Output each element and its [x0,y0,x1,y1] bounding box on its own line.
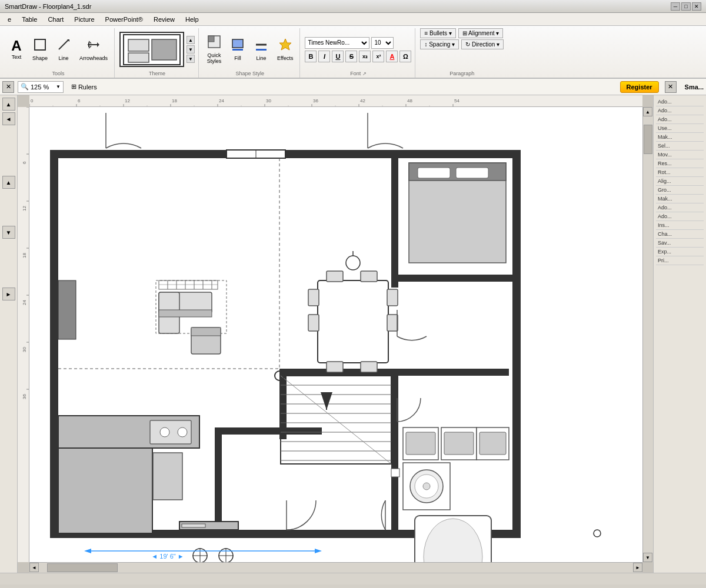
minimize-button[interactable]: ─ [671,2,680,11]
right-panel-item-14[interactable]: Ins... [656,221,704,230]
theme-scroll-down[interactable]: ▼ [187,55,195,63]
right-panel-item-12[interactable]: Ado... [656,203,704,212]
quick-styles-btn[interactable]: QuickStyles [204,32,225,66]
scroll-up-btn[interactable]: ▲ [643,107,652,116]
menu-review[interactable]: Review [148,14,180,25]
svg-marker-18 [279,39,291,50]
menu-help[interactable]: Help [180,14,204,25]
right-panel-item-13[interactable]: Ado... [656,212,704,221]
bullets-btn[interactable]: ≡ Bullets ▾ [420,28,455,38]
svg-rect-13 [208,36,214,42]
font-family-select[interactable]: Times NewRo... [305,37,369,49]
line-tool[interactable]: Line [53,35,74,64]
subscript-btn[interactable]: x₂ [359,51,371,62]
effects-btn[interactable]: Effects [274,35,296,64]
svg-text:6: 6 [78,98,81,103]
right-panel: Ado... Ado... Ado... Use... Mak... Sel..… [653,95,706,573]
right-panel-item-1[interactable]: Ado... [656,106,704,115]
svg-text:36: 36 [22,394,27,399]
scroll-right-btn[interactable]: ► [633,563,642,572]
right-panel-item-18[interactable]: Pri... [656,256,704,265]
zoom-dropdown[interactable]: ▼ [56,84,61,89]
omega-btn[interactable]: Ω [399,51,411,62]
superscript-btn[interactable]: x² [372,51,384,62]
theme-preview [119,32,184,67]
right-panel-item-11[interactable]: Mak... [656,195,704,203]
scroll-left-btn[interactable]: ◄ [29,563,39,572]
scrollbar-vertical[interactable]: ▲ ▼ [642,107,653,562]
right-panel-item-3[interactable]: Use... [656,124,704,133]
right-panel-item-9[interactable]: Alig... [656,177,704,186]
underline-btn[interactable]: U [332,51,344,62]
spacing-btn[interactable]: ↕ Spacing ▾ [420,39,459,49]
main-area: ▲ ◄ ▲ ▼ ► 0 6 12 18 24 30 [0,95,706,573]
menu-picture[interactable]: Picture [69,14,99,25]
toolbar-row: ✕ 🔍 125 % ▼ ⊞ Rulers Register ✕ Sma... [0,79,706,95]
right-panel-item-5[interactable]: Sel... [656,142,704,151]
close-button[interactable]: ✕ [692,2,701,11]
line-style-label: Line [257,55,267,61]
left-tool-prev[interactable]: ◄ [2,112,15,125]
bold-btn[interactable]: B [305,51,317,62]
italic-btn[interactable]: I [318,51,330,62]
menubar: e Table Chart Picture PowerPoint® Review… [0,13,706,26]
svg-rect-106 [387,289,398,306]
svg-text:◄ 19' 6" ►: ◄ 19' 6" ► [151,553,184,560]
line-style-btn[interactable]: Line [251,35,272,64]
menu-edit[interactable]: e [2,14,16,25]
font-color-btn[interactable]: A [386,51,398,62]
rulers-btn[interactable]: ⊞ Rulers [67,81,101,92]
left-tool-collapse[interactable]: ▼ [2,226,15,239]
arrowheads-tool[interactable]: Arrowheads [76,35,111,64]
menu-table[interactable]: Table [16,14,42,25]
left-tool-expand[interactable]: ▲ [2,176,15,189]
svg-text:0: 0 [31,98,34,103]
maximize-button[interactable]: □ [681,2,691,11]
panel-close-btn[interactable]: ✕ [2,81,14,93]
svg-rect-88 [159,310,212,317]
right-panel-item-0[interactable]: Ado... [656,98,704,106]
theme-scroll-up[interactable]: ▲ [187,36,195,44]
scrollbar-horizontal[interactable]: ◄ ► [29,562,642,573]
svg-rect-112 [418,168,450,178]
alignment-btn[interactable]: ⊞ Alignment ▾ [458,28,503,38]
menu-powerpoint[interactable]: PowerPoint® [100,14,148,25]
right-panel-item-8[interactable]: Rot... [656,168,704,177]
register-close-btn[interactable]: ✕ [665,81,677,93]
rulers-label: Rulers [78,83,97,91]
text-tool[interactable]: A Text [6,36,27,62]
svg-rect-118 [58,448,152,533]
svg-rect-101 [361,271,377,282]
right-panel-item-16[interactable]: Sav... [656,239,704,248]
right-panel-item-17[interactable]: Exp... [656,248,704,256]
register-btn[interactable]: Register [620,81,659,93]
direction-btn[interactable]: ↻ Direction ▾ [461,39,504,49]
shape-label: Shape [32,55,48,61]
svg-rect-14 [232,39,243,48]
font-controls: Times NewRo... 10 B I U S x₂ x² A [305,37,411,62]
shape-tool[interactable]: Shape [29,35,51,64]
right-panel-item-4[interactable]: Mak... [656,133,704,142]
svg-rect-103 [361,362,377,372]
svg-marker-4 [97,42,99,47]
right-panel-item-7[interactable]: Res... [656,159,704,168]
left-tool-down[interactable]: ► [2,288,15,300]
fill-label: Fill [234,55,241,61]
right-panel-item-6[interactable]: Mov... [656,151,704,159]
svg-rect-107 [387,315,398,331]
theme-scroll-expand[interactable]: ▼ [187,45,195,54]
right-panel-item-2[interactable]: Ado... [656,115,704,124]
effects-label: Effects [277,55,293,61]
fill-btn[interactable]: Fill [227,35,248,64]
svg-text:48: 48 [407,98,412,103]
scroll-down-btn[interactable]: ▼ [643,553,652,562]
menu-chart[interactable]: Chart [42,14,69,25]
scroll-thumb-v[interactable] [644,125,652,154]
right-panel-item-10[interactable]: Gro... [656,186,704,195]
font-size-select[interactable]: 10 [371,37,394,49]
right-panel-item-15[interactable]: Cha... [656,230,704,239]
scroll-thumb-h[interactable] [47,563,118,572]
svg-rect-100 [327,271,343,282]
strikethrough-btn[interactable]: S [345,51,357,62]
left-tool-scroll-up[interactable]: ▲ [2,98,15,111]
